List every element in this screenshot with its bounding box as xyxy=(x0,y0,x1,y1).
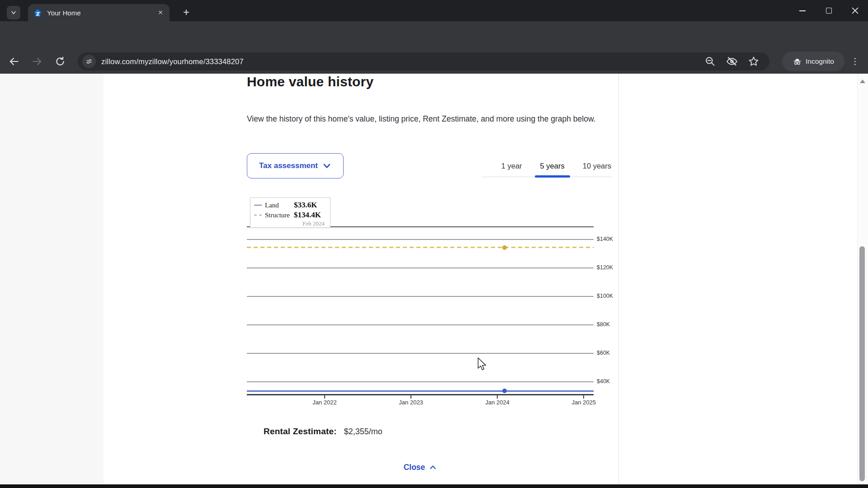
active-tab-underline xyxy=(535,175,570,178)
tab-strip: Your Home × + xyxy=(0,0,868,21)
gridline-$60K xyxy=(247,353,594,354)
gridline-$120K xyxy=(247,267,594,268)
scrollbar-up-arrow-icon[interactable] xyxy=(860,80,865,83)
time-range-tabs: 1 year5 years10 years xyxy=(501,159,611,173)
bookmark-star-icon[interactable] xyxy=(748,56,760,67)
tooltip-date-label: Feb 2024 xyxy=(250,220,330,227)
tab-title: Your Home xyxy=(47,9,156,17)
chevron-down-icon xyxy=(10,9,17,16)
x-axis-tick xyxy=(324,395,325,399)
address-bar[interactable]: zillow.com/myzillow/yourhome/333348207 xyxy=(78,52,769,70)
incognito-badge: Incognito xyxy=(782,52,844,71)
structure-legend-swatch-icon xyxy=(254,215,262,216)
window-controls xyxy=(789,0,868,21)
rental-zestimate-label: Rental Zestimate: xyxy=(264,427,337,436)
restore-button[interactable] xyxy=(816,0,842,21)
tab-search-button[interactable] xyxy=(7,6,20,19)
x-axis-label: Jan 2024 xyxy=(485,399,509,406)
browser-toolbar: zillow.com/myzillow/yourhome/333348207 I… xyxy=(0,21,868,74)
window-bottom-edge xyxy=(0,484,868,488)
page-left-gutter xyxy=(0,74,104,484)
y-axis-label: $80K xyxy=(597,321,610,328)
eye-off-icon[interactable] xyxy=(726,56,738,67)
zillow-favicon-icon xyxy=(33,8,42,17)
rental-zestimate-value: $2,355/mo xyxy=(344,427,382,436)
y-axis-label: $100K xyxy=(597,293,613,299)
minimize-icon xyxy=(799,10,806,11)
site-settings-icon[interactable] xyxy=(82,55,96,68)
page-title: Home value history xyxy=(247,74,373,89)
browser-window: Your Home × + zillow.com/myzillow/yourho… xyxy=(0,0,868,488)
y-axis-label: $140K xyxy=(597,236,613,242)
close-icon xyxy=(852,7,859,14)
structure-marker[interactable] xyxy=(502,245,507,250)
tooltip-series-name: Structure xyxy=(265,211,294,219)
gridline-$140K xyxy=(247,239,594,240)
incognito-label: Incognito xyxy=(806,57,834,66)
land-legend-swatch-icon xyxy=(254,205,262,206)
x-axis-label: Jan 2023 xyxy=(399,399,423,406)
restore-icon xyxy=(826,8,832,14)
incognito-icon xyxy=(793,57,802,66)
tooltip-row-land: Land$33.6K xyxy=(250,200,330,210)
tooltip-row-structure: Structure$134.4K xyxy=(250,210,330,220)
new-tab-button[interactable]: + xyxy=(179,5,193,19)
chevron-down-icon xyxy=(322,161,331,170)
browser-menu-icon[interactable]: ⋮ xyxy=(851,56,859,67)
y-axis-label: $40K xyxy=(597,378,610,385)
zoom-out-icon[interactable] xyxy=(704,56,716,67)
x-axis-label: Jan 2025 xyxy=(572,399,596,406)
back-icon[interactable] xyxy=(8,56,20,67)
range-tab-10-years[interactable]: 10 years xyxy=(583,162,611,170)
tooltip-series-value: $33.6K xyxy=(294,201,317,210)
close-window-button[interactable] xyxy=(842,0,868,21)
mouse-cursor xyxy=(477,357,488,372)
y-axis-label: $120K xyxy=(597,264,613,271)
y-axis-label: $60K xyxy=(597,350,610,356)
forward-icon[interactable] xyxy=(31,56,43,67)
rental-zestimate-row: Rental Zestimate: $2,355/mo xyxy=(264,427,382,436)
chart-tooltip: Land$33.6KStructure$134.4KFeb 2024 xyxy=(250,197,330,228)
home-value-card xyxy=(104,74,619,484)
gridline-$40K xyxy=(247,381,594,382)
tooltip-series-name: Land xyxy=(265,202,294,209)
tooltip-series-value: $134.4K xyxy=(294,211,321,220)
reload-icon[interactable] xyxy=(54,56,66,67)
section-description: View the history of this home's value, l… xyxy=(247,113,609,125)
browser-tab[interactable]: Your Home × xyxy=(28,4,170,21)
x-axis-label: Jan 2022 xyxy=(312,399,337,406)
close-section-button[interactable]: Close xyxy=(247,463,594,472)
x-axis-tick xyxy=(410,395,411,399)
gridline-$100K xyxy=(247,296,594,297)
range-tab-1-year[interactable]: 1 year xyxy=(501,162,522,170)
structure-line[interactable] xyxy=(247,247,594,248)
land-line[interactable] xyxy=(247,390,594,392)
scrollbar-thumb[interactable] xyxy=(859,246,865,481)
x-axis-tick xyxy=(583,395,584,399)
gridline-$80K xyxy=(247,324,594,325)
close-label: Close xyxy=(404,463,425,472)
chevron-up-icon xyxy=(429,464,437,471)
tax-assessment-dropdown[interactable]: Tax assessment xyxy=(247,153,344,178)
dropdown-label: Tax assessment xyxy=(259,161,318,170)
x-axis-line xyxy=(247,394,594,395)
x-axis-tick xyxy=(497,395,498,399)
range-tab-5-years[interactable]: 5 years xyxy=(540,162,565,170)
url-text[interactable]: zillow.com/myzillow/yourhome/333348207 xyxy=(101,57,704,66)
tab-close-icon[interactable]: × xyxy=(156,8,165,17)
minimize-button[interactable] xyxy=(789,0,816,21)
